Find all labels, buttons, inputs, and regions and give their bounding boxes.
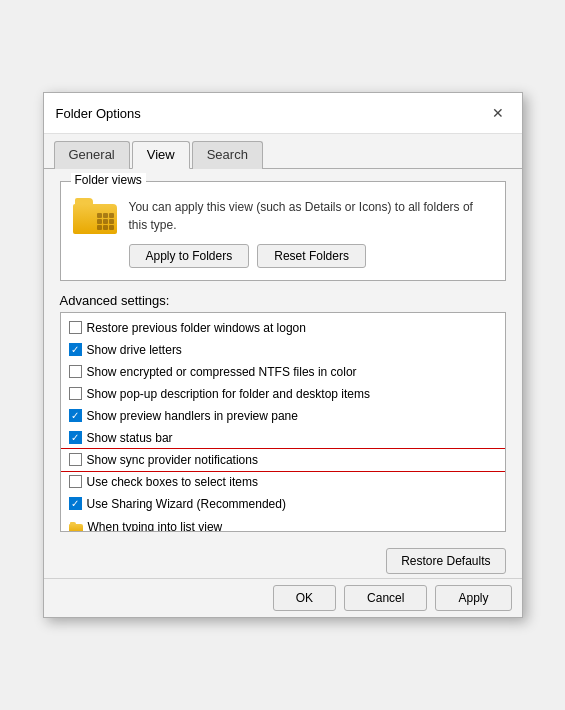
advanced-settings-label: Advanced settings:: [60, 293, 506, 308]
setting-label-checkboxes: Use check boxes to select items: [87, 473, 497, 491]
settings-list: Restore previous folder windows at logon…: [61, 313, 505, 532]
setting-label-drive-letters: Show drive letters: [87, 341, 497, 359]
folder-body: [73, 204, 117, 234]
restore-defaults-button[interactable]: Restore Defaults: [386, 548, 505, 574]
apply-to-folders-button[interactable]: Apply to Folders: [129, 244, 250, 268]
folder-options-dialog: Folder Options ✕ General View Search Fol…: [43, 92, 523, 618]
tab-general[interactable]: General: [54, 141, 130, 169]
folder-views-group: Folder views: [60, 181, 506, 281]
section-header-typing: When typing into list view: [61, 515, 505, 532]
setting-item-encrypted: Show encrypted or compressed NTFS files …: [61, 361, 505, 383]
reset-folders-button[interactable]: Reset Folders: [257, 244, 366, 268]
checkbox-popup[interactable]: [69, 387, 82, 400]
apply-button[interactable]: Apply: [435, 585, 511, 611]
setting-label-status-bar: Show status bar: [87, 429, 497, 447]
folder-views-description: You can apply this view (such as Details…: [129, 198, 493, 234]
setting-item-checkboxes: Use check boxes to select items: [61, 471, 505, 493]
folder-views-buttons: Apply to Folders Reset Folders: [129, 244, 493, 268]
setting-item-preview: Show preview handlers in preview pane: [61, 405, 505, 427]
setting-label-preview: Show preview handlers in preview pane: [87, 407, 497, 425]
setting-item-sync-notifications: Show sync provider notifications: [61, 449, 505, 471]
grid-cell: [103, 225, 108, 230]
checkbox-checkboxes[interactable]: [69, 475, 82, 488]
folder-views-inner: You can apply this view (such as Details…: [73, 198, 493, 234]
grid-cell: [109, 225, 114, 230]
setting-item-restore-windows: Restore previous folder windows at logon: [61, 317, 505, 339]
grid-cell: [97, 219, 102, 224]
grid-cell: [109, 213, 114, 218]
tab-view[interactable]: View: [132, 141, 190, 169]
setting-label-encrypted: Show encrypted or compressed NTFS files …: [87, 363, 497, 381]
cancel-button[interactable]: Cancel: [344, 585, 427, 611]
setting-label-sharing-wizard: Use Sharing Wizard (Recommended): [87, 495, 497, 513]
grid-cell: [103, 213, 108, 218]
grid-cell: [97, 213, 102, 218]
setting-label-restore-windows: Restore previous folder windows at logon: [87, 319, 497, 337]
folder-icon-area: [73, 198, 117, 234]
checkbox-drive-letters[interactable]: [69, 343, 82, 356]
restore-defaults-row: Restore Defaults: [44, 544, 522, 578]
setting-item-status-bar: Show status bar: [61, 427, 505, 449]
folder-grid: [97, 213, 114, 230]
title-bar: Folder Options ✕: [44, 93, 522, 134]
grid-cell: [109, 219, 114, 224]
checkbox-encrypted[interactable]: [69, 365, 82, 378]
checkbox-sync-notifications[interactable]: [69, 453, 82, 466]
checkbox-preview[interactable]: [69, 409, 82, 422]
setting-label-sync-notifications: Show sync provider notifications: [87, 451, 497, 469]
dialog-bottom: OK Cancel Apply: [44, 578, 522, 617]
grid-cell: [103, 219, 108, 224]
advanced-settings-section: Advanced settings: Restore previous fold…: [60, 293, 506, 532]
grid-cell: [97, 225, 102, 230]
setting-label-popup: Show pop-up description for folder and d…: [87, 385, 497, 403]
section-label-typing: When typing into list view: [88, 518, 497, 532]
setting-item-drive-letters: Show drive letters: [61, 339, 505, 361]
main-content: Folder views: [44, 169, 522, 544]
tab-search[interactable]: Search: [192, 141, 263, 169]
advanced-settings-list-container[interactable]: Restore previous folder windows at logon…: [60, 312, 506, 532]
close-button[interactable]: ✕: [486, 101, 510, 125]
checkbox-status-bar[interactable]: [69, 431, 82, 444]
ok-button[interactable]: OK: [273, 585, 336, 611]
dialog-title: Folder Options: [56, 106, 141, 121]
checkbox-sharing-wizard[interactable]: [69, 497, 82, 510]
folder-views-legend: Folder views: [71, 173, 146, 187]
tab-bar: General View Search: [44, 134, 522, 169]
setting-item-popup: Show pop-up description for folder and d…: [61, 383, 505, 405]
setting-item-sharing-wizard: Use Sharing Wizard (Recommended): [61, 493, 505, 515]
bottom-buttons: OK Cancel Apply: [273, 585, 512, 611]
checkbox-restore-windows[interactable]: [69, 321, 82, 334]
folder-icon: [73, 198, 117, 234]
folder-icon-small-typing: [69, 522, 83, 532]
